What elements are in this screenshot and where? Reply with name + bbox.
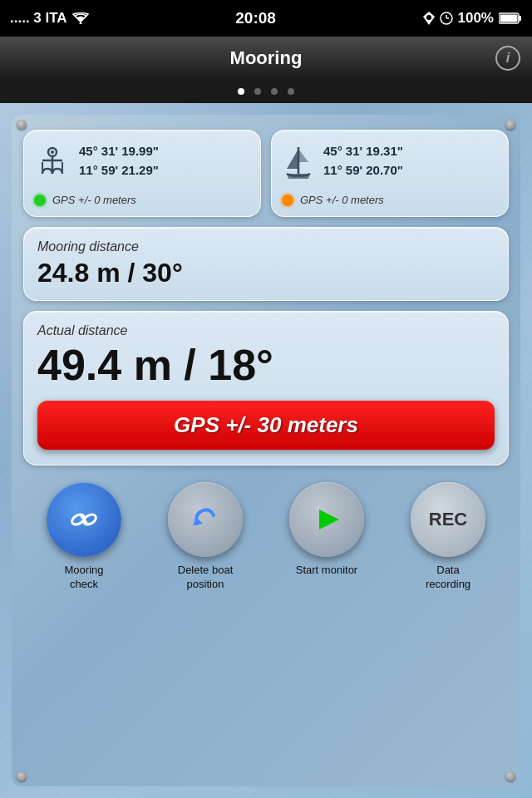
mooring-distance-label: Mooring distance [37, 239, 495, 254]
anchor-gps-label: GPS +/- 0 meters [52, 194, 136, 206]
main-content: 45° 31' 19.99" 11° 59' 21.29" GPS +/- 0 … [0, 103, 532, 798]
svg-marker-15 [287, 149, 298, 169]
play-icon [306, 499, 347, 540]
gps-warning-banner: GPS +/- 30 meters [37, 401, 495, 450]
mooring-distance-value: 24.8 m / 30° [37, 258, 495, 288]
svg-rect-7 [500, 15, 517, 22]
start-monitor-circle [289, 482, 364, 557]
dot-4[interactable] [288, 88, 294, 95]
screw-tr [505, 120, 515, 130]
screw-tl [17, 120, 27, 130]
dot-3[interactable] [271, 88, 278, 95]
start-monitor-label: Start monitor [296, 564, 357, 578]
boat-card-top: 45° 31' 19.31" 11° 59' 20.70" [282, 142, 498, 185]
svg-point-9 [51, 150, 54, 154]
boat-coords: 45° 31' 19.31" 11° 59' 20.70" [323, 142, 403, 180]
actual-distance-card: Actual distance 49.4 m / 18° GPS +/- 30 … [23, 311, 509, 466]
data-recording-label: Data recording [426, 564, 470, 592]
mooring-check-button[interactable]: Mooring check [30, 482, 138, 592]
screw-bl [17, 771, 27, 781]
anchor-card-top: 45° 31' 19.99" 11° 59' 21.29" [34, 142, 250, 185]
delete-boat-circle [168, 482, 243, 557]
time-display: 20:08 [235, 9, 276, 27]
chain-icon [63, 499, 105, 540]
battery-icon [499, 12, 522, 24]
boat-card: 45° 31' 19.31" 11° 59' 20.70" GPS +/- 0 … [271, 130, 509, 217]
anchor-lat: 45° 31' 19.99" [79, 142, 159, 161]
boat-lat: 45° 31' 19.31" [323, 142, 403, 161]
boat-lon: 11° 59' 20.70" [323, 161, 403, 180]
location-icon [423, 12, 435, 25]
status-left: ..... 3 ITA [10, 10, 89, 27]
page-dots [0, 80, 532, 103]
wifi-icon [72, 12, 89, 24]
gps-warning-text: GPS +/- 30 meters [174, 412, 358, 437]
anchor-coords: 45° 31' 19.99" 11° 59' 21.29" [79, 142, 159, 180]
mooring-check-label: Mooring check [65, 564, 104, 592]
boat-gps-indicator: GPS +/- 0 meters [282, 194, 498, 206]
info-button[interactable]: i [495, 46, 520, 71]
bottom-buttons: Mooring check Delete boat position [23, 479, 509, 595]
status-right: 100% [423, 10, 522, 27]
actual-distance-label: Actual distance [37, 323, 495, 338]
data-recording-circle: REC [411, 482, 485, 557]
mooring-distance-card: Mooring distance 24.8 m / 30° [23, 227, 509, 301]
data-recording-button[interactable]: REC Data recording [394, 482, 502, 592]
gps-cards-row: 45° 31' 19.99" 11° 59' 21.29" GPS +/- 0 … [23, 130, 509, 217]
panel-wrapper: 45° 31' 19.99" 11° 59' 21.29" GPS +/- 0 … [12, 115, 520, 786]
boat-gps-dot [282, 195, 293, 206]
dot-1[interactable] [238, 88, 244, 95]
dot-2[interactable] [254, 88, 261, 95]
svg-marker-21 [319, 510, 339, 530]
anchor-gps-indicator: GPS +/- 0 meters [34, 194, 250, 206]
svg-marker-16 [298, 149, 308, 162]
anchor-lon: 11° 59' 21.29" [79, 161, 159, 180]
anchor-card: 45° 31' 19.99" 11° 59' 21.29" GPS +/- 0 … [23, 130, 261, 217]
clock-icon [440, 12, 453, 25]
svg-rect-6 [519, 16, 521, 21]
anchor-gps-dot [34, 195, 46, 206]
undo-icon [185, 499, 226, 540]
delete-boat-label: Delete boat position [178, 564, 234, 592]
carrier-text: ..... 3 ITA [10, 10, 67, 27]
mooring-check-circle [47, 482, 121, 557]
boat-gps-label: GPS +/- 0 meters [300, 194, 384, 206]
anchor-icon [34, 144, 71, 185]
start-monitor-button[interactable]: Start monitor [273, 482, 381, 578]
rec-label: REC [429, 509, 467, 530]
delete-boat-position-button[interactable]: Delete boat position [151, 482, 259, 592]
page-title: Mooring [230, 47, 303, 69]
actual-distance-value: 49.4 m / 18° [37, 342, 495, 389]
boat-icon [282, 144, 315, 185]
screw-br [505, 771, 515, 781]
svg-point-0 [79, 22, 81, 25]
svg-point-1 [426, 15, 431, 20]
status-bar: ..... 3 ITA 20:08 100% [0, 0, 532, 37]
battery-text: 100% [458, 10, 494, 27]
nav-bar: Mooring i [0, 37, 532, 80]
